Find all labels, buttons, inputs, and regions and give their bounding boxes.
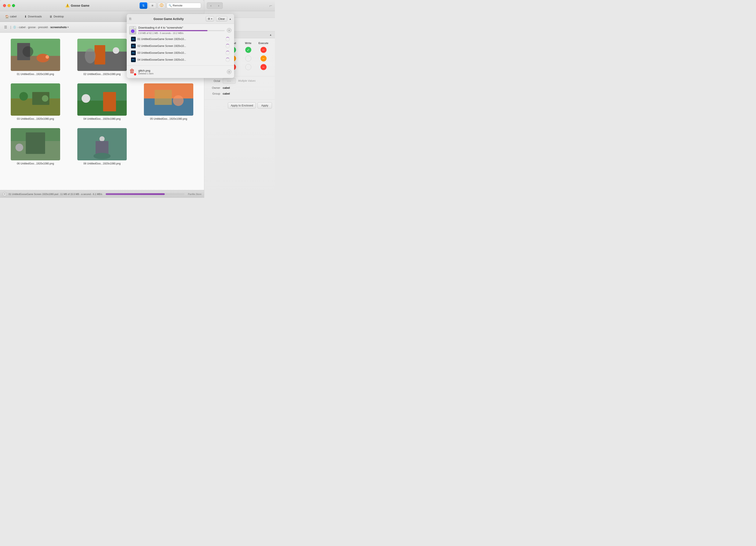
perm-user-write[interactable]: ✓ <box>245 47 251 53</box>
svg-point-3 <box>23 46 33 57</box>
info-rows: Octal Multiple Values Owner cabel Group … <box>204 76 275 99</box>
download-file-row-3: Ps 03 UntitledGooseGame Screen 1920x10..… <box>129 49 232 56</box>
octal-label: Octal <box>207 79 220 82</box>
deleted-group: 🗑 – glitch.png Deleted 1 item × <box>127 66 234 78</box>
download-group: ↓ Downloading 4 of 4 to "screenshots" 2.… <box>127 24 234 66</box>
file-name-2: 02 UntitledGooseGame Screen 1920x10... <box>137 44 186 47</box>
file-label-6: 05 UntitledGoo...1920x1080.png <box>150 117 187 120</box>
perm-header-write: Write <box>241 42 256 45</box>
search-icon: 🔍 <box>169 4 172 7</box>
sort-icon: ⇅ <box>142 4 145 7</box>
svg-point-13 <box>19 92 28 101</box>
gear-chevron-icon: ▾ <box>211 18 212 20</box>
info-icon: ⓘ <box>160 3 163 8</box>
toolbar-desktop-label: Desktop <box>53 15 64 18</box>
thumbnail-7 <box>11 128 60 160</box>
svg-rect-26 <box>26 132 45 154</box>
breadcrumb-screenshots[interactable]: screenshots ▾ <box>50 26 69 29</box>
download-files: Ps 01 UntitledGooseGame Screen 1920x10..… <box>129 36 232 63</box>
sidebar-toggle[interactable]: ☰ <box>3 24 9 30</box>
sort-button[interactable]: ⇅ <box>140 2 147 9</box>
svg-point-9 <box>113 47 119 54</box>
apply-to-enclosed-button[interactable]: Apply to Enclosed <box>228 102 256 108</box>
download-progress-fill <box>138 30 207 31</box>
deleted-badge: – <box>134 73 137 76</box>
file-item-6[interactable]: 05 UntitledGoo...1920x1080.png <box>137 82 200 122</box>
file-item-row3-1[interactable]: 06 UntitledGoo...1920x1080.png <box>4 126 67 167</box>
perm-user-execute[interactable]: – <box>261 47 267 53</box>
spinner-2 <box>226 44 230 48</box>
file-label-4: 03 UntitledGoo...1920x1080.png <box>17 117 54 120</box>
home-icon: 🏠 <box>5 15 9 18</box>
download-info: Downloading 4 of 4 to "screenshots" 2.8 … <box>138 26 225 34</box>
multiple-values-label: Multiple Values <box>238 79 256 82</box>
close-button[interactable] <box>3 4 6 7</box>
file-name-4: 04 UntitledGooseGame Screen 1920x10... <box>137 58 186 61</box>
breadcrumb-presskit[interactable]: presskit <box>38 26 48 29</box>
svg-point-27 <box>15 144 23 151</box>
photoshop-icon-3: Ps <box>131 50 136 55</box>
minimize-button[interactable] <box>8 4 11 7</box>
inspector-nav-buttons: ‹ › <box>207 2 223 9</box>
status-close-button[interactable]: × <box>3 192 7 196</box>
file-item-4[interactable]: 03 UntitledGoo...1920x1080.png <box>4 82 67 122</box>
svg-point-29 <box>99 136 105 141</box>
search-bar[interactable]: 🔍 <box>167 3 201 8</box>
file-item-row3-2[interactable]: 06 UntitledGoo...1920x1080.png <box>71 126 133 167</box>
deleted-info: glitch.png Deleted 1 item <box>138 69 154 75</box>
photoshop-icon-4: Ps <box>131 57 136 62</box>
breadcrumb-drive[interactable]: 💿 <box>13 26 16 29</box>
breadcrumb-cabel[interactable]: cabel <box>19 26 26 29</box>
perm-world-execute[interactable]: – <box>261 64 267 70</box>
toolbar-desktop[interactable]: 🖥 Desktop <box>48 14 66 19</box>
download-file-row-2: Ps 02 UntitledGooseGame Screen 1920x10..… <box>129 43 232 49</box>
status-bar: × 01 UntitledGooseGame Screen 1920x1080.… <box>0 190 204 198</box>
copy-icon[interactable]: ⎘ <box>129 17 131 21</box>
deleted-close-button[interactable]: × <box>227 69 232 74</box>
svg-point-15 <box>42 95 48 102</box>
toolbar-cabel[interactable]: 🏠 cabel <box>3 14 18 19</box>
info-button[interactable]: ⓘ <box>158 2 165 9</box>
clear-button[interactable]: Clear <box>216 16 227 21</box>
gear-button[interactable]: ⚙ ▾ <box>206 16 214 21</box>
window-title: ⚠️ Goose Game <box>17 3 138 8</box>
perm-group-write[interactable] <box>245 55 251 61</box>
file-item-5[interactable]: 04 UntitledGoo...1920x1080.png <box>71 82 133 122</box>
desktop-icon: 🖥 <box>49 15 52 18</box>
inspector-prev-button[interactable]: ‹ <box>207 3 215 9</box>
burst-button[interactable]: ✳ <box>149 2 156 9</box>
file-label-7: 06 UntitledGoo...1920x1080.png <box>17 162 54 165</box>
owner-label: Owner <box>207 86 220 89</box>
download-arrow-icon: ↓ <box>131 29 134 33</box>
download-close-button[interactable]: × <box>227 28 232 33</box>
maximize-button[interactable] <box>12 4 15 7</box>
photoshop-icon-2: Ps <box>131 44 136 48</box>
downloads-icon: ⬇ <box>24 15 27 18</box>
thumbnail-2 <box>77 39 127 71</box>
apply-button[interactable]: Apply <box>258 102 272 108</box>
apply-section: Apply to Enclosed Apply <box>204 99 275 111</box>
collapse-icon[interactable]: ▲ <box>229 17 232 20</box>
svg-point-5 <box>46 55 49 59</box>
traffic-lights <box>3 4 15 7</box>
chevron-down-icon: ▾ <box>67 26 69 28</box>
file-name-1: 01 UntitledGooseGame Screen 1920x10... <box>137 38 186 41</box>
thumbnail-1 <box>11 39 60 71</box>
perm-world-write[interactable] <box>245 64 251 70</box>
svg-rect-22 <box>155 90 172 105</box>
download-file-icon: ↓ <box>129 26 136 34</box>
breadcrumb-goose[interactable]: goose <box>28 26 36 29</box>
activity-header: ⎘ Goose Game Activity ⚙ ▾ Clear ▲ <box>127 14 234 24</box>
file-item-2[interactable]: 02 UntitledGoo...1920x1080.png <box>71 37 133 77</box>
octal-input[interactable] <box>223 78 236 84</box>
inspector-next-button[interactable]: › <box>215 3 223 9</box>
activity-panel: ⎘ Goose Game Activity ⚙ ▾ Clear ▲ ↓ Down… <box>127 14 234 78</box>
group-row: Group cabel <box>207 92 272 95</box>
file-item-1[interactable]: 01 UntitledGoo...1920x1080.png <box>4 37 67 77</box>
search-input[interactable] <box>173 4 198 7</box>
perm-group-execute[interactable]: – <box>261 55 267 61</box>
perm-header-execute: Execute <box>256 42 271 45</box>
permissions-chevron-icon[interactable]: ▲ <box>269 33 272 36</box>
toolbar-downloads[interactable]: ⬇ Downloads <box>23 14 43 19</box>
gear-icon: ⚙ <box>208 17 210 20</box>
